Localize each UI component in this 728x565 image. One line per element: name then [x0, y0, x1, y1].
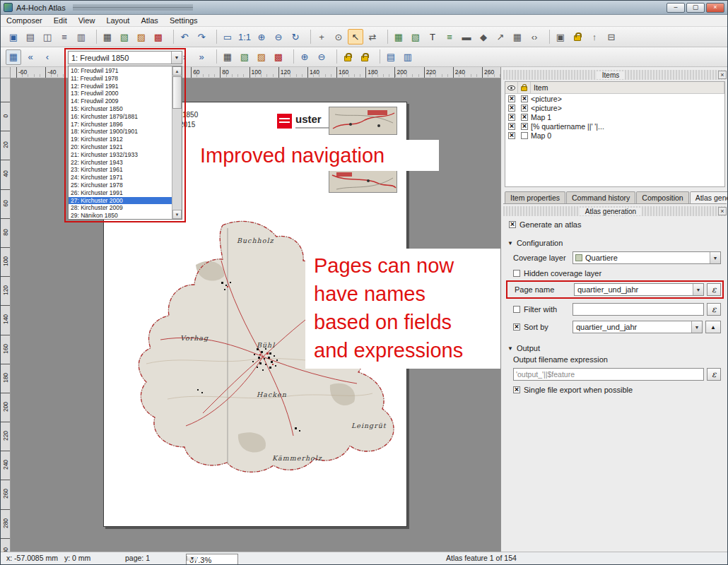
- add-html-button[interactable]: ‹›: [527, 29, 542, 44]
- minimize-button[interactable]: –: [667, 3, 685, 13]
- lock-all-button[interactable]: [518, 82, 531, 93]
- add-table-button[interactable]: ▦: [510, 29, 525, 44]
- align-items-button[interactable]: ⊟: [604, 29, 619, 44]
- atlas-page-option[interactable]: 18: Kirchuster 1900/1901: [69, 128, 172, 136]
- atlas-page-option[interactable]: 11: Freudwil 1978: [69, 75, 172, 83]
- export-atlas-pdf-button[interactable]: ▩: [271, 49, 286, 65]
- maximize-button[interactable]: ▢: [686, 3, 705, 13]
- toolbar-button[interactable]: [169, 30, 174, 44]
- item-visible-checkbox[interactable]: [508, 105, 515, 112]
- page-name-expression-button[interactable]: ε: [707, 283, 721, 296]
- scroll-up-icon[interactable]: ▲: [172, 66, 182, 76]
- chevron-down-icon[interactable]: ▼: [691, 321, 702, 333]
- raise-items-button[interactable]: ↑: [587, 29, 602, 44]
- item-locked-checkbox[interactable]: [521, 123, 528, 130]
- atlas-toolbar-button[interactable]: [289, 49, 294, 64]
- atlas-feature-combo[interactable]: 1: Freudwil 1850 ▼: [68, 51, 182, 64]
- filter-input[interactable]: [573, 303, 704, 316]
- composition-manager-button[interactable]: ≡: [57, 29, 72, 44]
- print-atlas-button[interactable]: ▦: [220, 49, 235, 65]
- atlas-first-feature-button[interactable]: «: [23, 49, 38, 65]
- item-visible-checkbox[interactable]: [508, 95, 515, 102]
- atlas-page-option[interactable]: 25: Kirchuster 1978: [69, 182, 172, 189]
- select-move-item-button[interactable]: ↖: [348, 29, 363, 44]
- toolbar-button[interactable]: [212, 30, 217, 44]
- duplicate-composition-button[interactable]: ◫: [40, 29, 55, 44]
- single-file-export-checkbox[interactable]: [513, 386, 520, 393]
- sort-by-checkbox[interactable]: [513, 323, 520, 331]
- atlas-page-option[interactable]: 24: Kirchuster 1971: [69, 174, 172, 182]
- add-shape-button[interactable]: ◆: [476, 29, 491, 44]
- toolbar-button[interactable]: [383, 30, 388, 44]
- export-pdf-button[interactable]: ▩: [151, 29, 166, 44]
- atlas-page-option[interactable]: 23: Kirchuster 1961: [69, 166, 172, 174]
- item-locked-checkbox[interactable]: [521, 105, 528, 112]
- zoom-out-button[interactable]: ⊖: [271, 29, 286, 44]
- item-visible-checkbox[interactable]: [508, 114, 515, 121]
- close-button[interactable]: ×: [706, 3, 724, 13]
- close-icon[interactable]: ×: [718, 207, 727, 215]
- zoom-full-button[interactable]: ▭: [220, 29, 235, 44]
- atlas-page-option[interactable]: 10: Freudwil 1971: [69, 67, 172, 75]
- chevron-down-icon[interactable]: ▼: [171, 52, 182, 64]
- tab-item-properties[interactable]: Item properties: [505, 191, 565, 203]
- atlas-page-option[interactable]: 19: Kirchuster 1912: [69, 136, 172, 143]
- output-group-header[interactable]: ▼ Output: [507, 344, 722, 352]
- items-panel-titlebar[interactable]: Items ×: [503, 70, 727, 80]
- toolbar-button[interactable]: [306, 30, 311, 44]
- tab-command-history[interactable]: Command history: [566, 191, 635, 203]
- redo-button[interactable]: ↷: [194, 29, 209, 44]
- sort-direction-button[interactable]: ▲: [705, 321, 721, 333]
- toggle-visibility-all-button[interactable]: [505, 82, 518, 93]
- scrollbar-thumb[interactable]: [172, 76, 182, 109]
- menu-settings[interactable]: Settings: [164, 16, 204, 25]
- items-panel-row[interactable]: [% quartiername ||' '|...: [505, 121, 724, 131]
- output-filename-input[interactable]: 'output_'||$feature: [513, 368, 704, 381]
- load-template-button[interactable]: ▥: [74, 29, 89, 44]
- menu-atlas[interactable]: Atlas: [135, 16, 163, 25]
- atlas-page-option[interactable]: 28: Kirchuster 2009: [69, 204, 172, 212]
- atlas-last-feature-button[interactable]: »: [194, 49, 209, 65]
- zoom-in-preview-button[interactable]: ⊕: [297, 49, 312, 65]
- add-map-button[interactable]: ▦: [391, 29, 406, 44]
- atlas-page-option[interactable]: 12: Freudwil 1991: [69, 83, 172, 90]
- export-atlas-svg-button[interactable]: ▨: [254, 49, 269, 65]
- group-items-button[interactable]: ▣: [553, 29, 568, 44]
- lock-items-button[interactable]: [570, 29, 585, 44]
- atlas-page-option[interactable]: 14: Freudwil 2009: [69, 97, 172, 105]
- add-image-button[interactable]: ▧: [408, 29, 423, 44]
- coverage-layer-combo[interactable]: Quartiere ▼: [573, 251, 721, 264]
- items-panel-row[interactable]: Map 0: [505, 131, 724, 140]
- item-visible-checkbox[interactable]: [508, 123, 515, 130]
- menu-composer[interactable]: Composer: [1, 16, 48, 25]
- atlas-feature-dropdown[interactable]: 10: Freudwil 197111: Freudwil 197812: Fr…: [68, 66, 182, 220]
- zoom-out-preview-button[interactable]: ⊖: [314, 49, 329, 65]
- items-panel-row[interactable]: <picture>: [505, 94, 724, 103]
- refresh-view-button[interactable]: ↻: [288, 29, 303, 44]
- hidden-coverage-layer-checkbox[interactable]: [513, 270, 520, 277]
- atlas-toolbar-button[interactable]: [375, 49, 380, 64]
- atlas-page-option[interactable]: 26: Kirchuster 1991: [69, 189, 172, 197]
- atlas-page-option[interactable]: 16: Kirchuster 1879/1881: [69, 113, 172, 121]
- zoom-level-combo[interactable]: 67.3% ▼: [186, 554, 238, 565]
- items-panel-row[interactable]: Map 1: [505, 112, 724, 121]
- add-arrow-button[interactable]: ↗: [493, 29, 508, 44]
- atlas-page-option[interactable]: 20: Kirchuster 1921: [69, 143, 172, 151]
- sort-by-combo[interactable]: quartier_und_jahr ▼: [573, 321, 703, 333]
- save-button[interactable]: ▣: [6, 29, 21, 44]
- title-bar[interactable]: A4-Hoch Atlas –▢×: [1, 1, 727, 15]
- undo-button[interactable]: ↶: [177, 29, 192, 44]
- zoom-tool-button[interactable]: ⊙: [331, 29, 346, 44]
- atlas-page-option[interactable]: 22: Kirchuster 1943: [69, 159, 172, 167]
- tab-atlas-generation[interactable]: Atlas generation: [690, 191, 728, 203]
- atlas-page-option[interactable]: 29: Nänikon 1850: [69, 212, 172, 219]
- atlas-panel-titlebar[interactable]: Atlas generation ×: [503, 206, 727, 216]
- close-icon[interactable]: ×: [718, 71, 727, 79]
- filter-with-checkbox[interactable]: [513, 306, 520, 313]
- atlas-page-option[interactable]: 15: Kirchuster 1850: [69, 105, 172, 113]
- print-button[interactable]: ▦: [100, 29, 115, 44]
- zoom-in-button[interactable]: ⊕: [254, 29, 269, 44]
- lock-layers-button[interactable]: [340, 49, 356, 65]
- atlas-toolbar-button[interactable]: [212, 49, 217, 64]
- chevron-down-icon[interactable]: ▼: [187, 556, 197, 561]
